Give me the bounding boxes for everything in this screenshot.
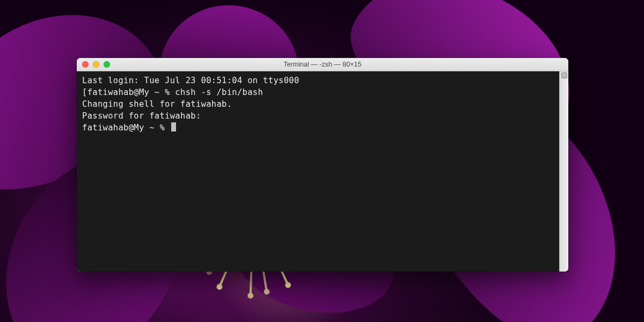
terminal-line: [fatiwahab@My ~ % chsh -s /bin/bash	[82, 86, 563, 98]
minimize-button[interactable]	[93, 61, 99, 68]
terminal-scrollbar[interactable]	[559, 71, 568, 272]
terminal-prompt-line: fatiwahab@My ~ %	[82, 122, 563, 134]
scrollbar-marker-icon	[561, 72, 567, 78]
terminal-prompt-text: fatiwahab@My ~ %	[82, 123, 170, 133]
terminal-line: Changing shell for fatiwahab.	[82, 98, 563, 110]
terminal-window[interactable]: Terminal — -zsh — 80×15 Last login: Tue …	[77, 58, 568, 272]
terminal-body[interactable]: Last login: Tue Jul 23 00:51:04 on ttys0…	[77, 71, 568, 272]
window-traffic-lights	[77, 61, 110, 68]
window-titlebar[interactable]: Terminal — -zsh — 80×15	[77, 58, 568, 71]
window-title: Terminal — -zsh — 80×15	[77, 61, 568, 68]
close-button[interactable]	[82, 61, 89, 68]
terminal-line: Password for fatiwahab:	[82, 110, 563, 122]
terminal-cursor	[171, 122, 176, 131]
terminal-line: Last login: Tue Jul 23 00:51:04 on ttys0…	[82, 75, 563, 86]
zoom-button[interactable]	[104, 61, 110, 68]
desktop-wallpaper: Terminal — -zsh — 80×15 Last login: Tue …	[0, 0, 644, 322]
